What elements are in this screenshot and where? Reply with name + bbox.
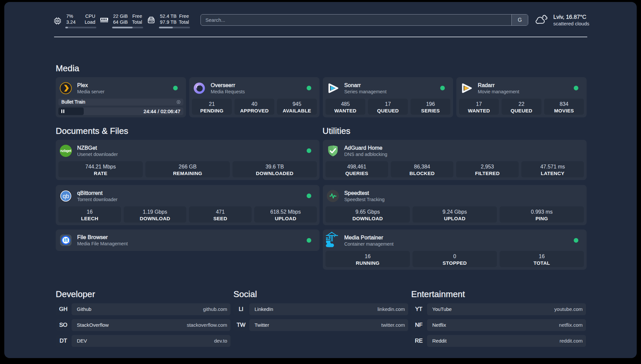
svg-text:qb: qb	[63, 193, 69, 199]
